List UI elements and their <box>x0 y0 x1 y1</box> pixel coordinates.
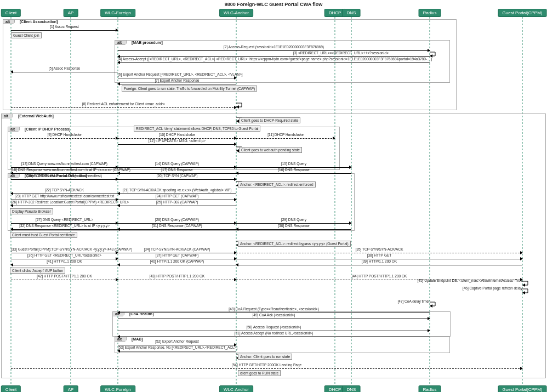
participant-client: Client <box>1 9 21 17</box>
note: client goes to RUN state <box>238 370 281 376</box>
message: [39] HTTP/1.1 200 OK <box>236 261 522 266</box>
fragment-label: alt <box>2 114 13 118</box>
message: [40] HTTP/1.1 200 OK (CAPWAP) <box>118 261 236 266</box>
self-message-label: [47] CoA delay timer <box>397 299 430 303</box>
participant-portal: Guest Portal(CPPM) <box>498 9 547 17</box>
fragment-label: alt <box>115 41 127 45</box>
fragment-title: [Client Assocication] <box>20 20 58 24</box>
participant-radius: Radius <box>419 385 441 392</box>
participant-wlca: WLC-Anchor <box>219 385 253 392</box>
svg-marker-15 <box>522 283 525 287</box>
message: [54] HTTP GET/HTTP 200OK Landing Page <box>11 365 522 370</box>
note: Display Pseudo Browser <box>10 208 53 214</box>
svg-marker-17 <box>430 304 432 308</box>
message: [26] HTTP-302 Redirect Location:Guest Po… <box>11 202 118 207</box>
message: [51] Access Accept (No redirect URL,<ses… <box>118 333 430 338</box>
message: [19] TCP SYN IP <x.x.x.x>:80 (msftconnec… <box>11 175 118 181</box>
participant-portal: Guest Portal(CPPM) <box>498 385 547 392</box>
participant-dns: DNS <box>343 9 361 17</box>
participant-wlcf: WLC-Foreign <box>100 9 135 17</box>
note: Client clicks 'Accept' AUP button <box>10 268 65 274</box>
svg-marker-9 <box>430 54 432 58</box>
participant-ap: AP <box>64 9 78 17</box>
self-message <box>430 51 437 58</box>
message: [12] <IP UPDATE> MSG: <client ip> <box>118 140 236 146</box>
participants-top: ClientAPWLC-ForeignWLC-AnchorDHCPDNSRadi… <box>0 9 547 17</box>
note: Guest Client join <box>11 32 42 38</box>
message: [7] Export Anchor Response <box>118 80 236 86</box>
note: Anchor: Client goes to run state <box>238 354 292 360</box>
message: [5] Assoc Response <box>11 68 118 73</box>
message: [1] Assoc Request <box>11 26 118 32</box>
note: REDIRECT_ACL 'deny' statement allows DHC… <box>134 126 260 132</box>
svg-marker-8 <box>236 105 239 109</box>
participant-ap: AP <box>64 385 78 392</box>
diagram-title: 9800 Foreign-WLC Guest Portal CWA flow <box>0 0 547 9</box>
message: [25] HTTP-302 (CAPWAP) <box>118 202 236 207</box>
message: [20] TCP SYN (CAPWAP) <box>118 175 236 181</box>
note: Foreign: Client goes to run state. Traff… <box>122 86 257 92</box>
participant-radius: Radius <box>419 9 441 17</box>
self-message <box>236 102 244 109</box>
message: [49] CoA Ack (<sessionid>) <box>118 315 430 320</box>
self-message: [45] Update Endpoint DB: <client_mac>:Al… <box>522 280 530 287</box>
message: [32] DNS Response <REDIRECT_URL> is at I… <box>11 225 118 231</box>
fragment-label: alt <box>8 127 20 132</box>
note: Anchor: <REDIRECT_ACL>: redirect bypass … <box>238 241 351 247</box>
svg-marker-16 <box>522 291 525 294</box>
message: [11] DHCP Handshake <box>236 134 335 140</box>
message: [16] DNS Response <box>236 169 351 175</box>
self-message: [47] CoA delay timer <box>430 301 437 308</box>
note: Client must trust Guest Portal certifica… <box>10 232 77 238</box>
self-message-label: [46] Captive Portal page refresh delay <box>463 286 522 290</box>
fragment-title: [MAB procedure] <box>132 41 163 44</box>
participants-bottom: ClientAPWLC-ForeignWLC-AnchorDHCPDNSRadi… <box>0 385 547 392</box>
participant-dns: DNS <box>343 385 361 392</box>
fragment-title: [Client IP DHCP Process] <box>25 127 70 131</box>
note: Client goes to DHCP-Required state <box>239 117 300 123</box>
diagram-body: alt[Client Assocication]alt[MAB procedur… <box>0 17 547 384</box>
self-message-label: [45] Update Endpoint DB: <client_mac>:Al… <box>418 279 522 282</box>
note: Anchor: <REDIRECT_ACL>: redirect enforce… <box>238 181 316 188</box>
participant-client: Client <box>1 385 21 392</box>
message: [41] HTTP/1.1 200 OK <box>11 261 118 266</box>
message: [31] DNS Response (CAPWAP) <box>118 225 236 231</box>
participant-wlcf: WLC-Foreign <box>100 385 135 392</box>
message: [42] HTTP POST/HTTP1.1 200 OK <box>11 276 118 281</box>
participant-wlca: WLC-Anchor <box>219 9 253 17</box>
fragment-title: [External WebAuth] <box>18 114 54 118</box>
fragment-label: alt <box>3 20 15 24</box>
message: [8] Redirect ACL enforcement for Client … <box>11 104 236 109</box>
message: [30] DNS Response <box>236 225 351 231</box>
message: [43] HTTP POST/HTTP1.1 200 OK <box>118 276 236 281</box>
message: [4] Access-Accept ([<REDIRECT_URL>, <RED… <box>118 59 430 64</box>
self-message: [46] Captive Portal page refresh delay <box>522 288 530 294</box>
note: Client goes to webauth pending state <box>239 147 302 153</box>
message: [53] Export Anchor Response. No [<REDIRE… <box>118 347 236 353</box>
message: [9] DHCP Handshake <box>11 134 118 140</box>
